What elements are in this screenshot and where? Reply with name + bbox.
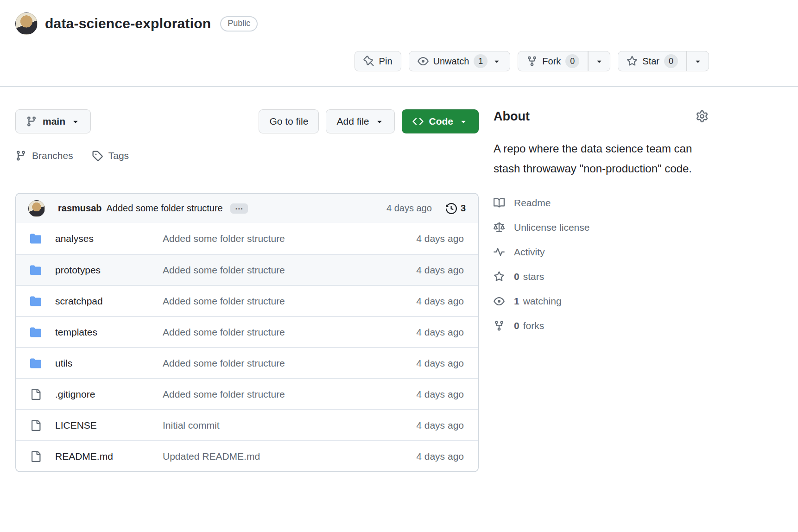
file-icon bbox=[30, 451, 41, 462]
file-commit-message[interactable]: Added some folder structure bbox=[163, 296, 416, 307]
repo-name[interactable]: data-science-exploration bbox=[45, 16, 211, 32]
repo-content: main Go to file Add file Code bbox=[15, 109, 479, 472]
file-commit-message[interactable]: Added some folder structure bbox=[163, 327, 416, 338]
file-toolbar: main Go to file Add file Code bbox=[15, 109, 479, 133]
file-name-link[interactable]: prototypes bbox=[55, 265, 163, 276]
fork-button[interactable]: Fork 0 bbox=[518, 51, 588, 71]
file-commit-message[interactable]: Added some folder structure bbox=[163, 389, 416, 400]
activity-link[interactable]: Activity bbox=[494, 240, 709, 264]
triangle-down-icon bbox=[375, 117, 384, 126]
table-row: utils Added some folder structure 4 days… bbox=[16, 347, 478, 378]
triangle-down-icon bbox=[595, 57, 604, 66]
file-commit-message[interactable]: Updated README.md bbox=[163, 451, 416, 462]
file-name-link[interactable]: templates bbox=[55, 327, 163, 338]
file-commit-message[interactable]: Initial commit bbox=[163, 420, 416, 431]
repo-header: data-science-exploration Public Pin Unwa… bbox=[0, 0, 798, 87]
tags-link[interactable]: Tags bbox=[92, 150, 129, 161]
history-icon bbox=[446, 203, 457, 214]
triangle-down-icon bbox=[492, 57, 501, 66]
branch-selector[interactable]: main bbox=[15, 109, 91, 133]
about-title: About bbox=[494, 109, 530, 124]
readme-label: Readme bbox=[514, 197, 551, 209]
stars-link[interactable]: 0 stars bbox=[494, 264, 709, 289]
commit-message[interactable]: Added some folder structure bbox=[107, 203, 223, 214]
file-name-link[interactable]: utils bbox=[55, 358, 163, 369]
file-name-link[interactable]: .gitignore bbox=[55, 389, 163, 400]
commit-history-link[interactable]: 3 bbox=[446, 203, 466, 214]
branch-name: main bbox=[43, 116, 65, 127]
table-row: README.md Updated README.md 4 days ago bbox=[16, 440, 478, 471]
fork-icon bbox=[494, 320, 505, 331]
go-to-file-button[interactable]: Go to file bbox=[259, 109, 319, 133]
folder-icon bbox=[30, 265, 41, 276]
file-name-link[interactable]: LICENSE bbox=[55, 420, 163, 431]
tag-icon bbox=[92, 150, 103, 161]
latest-commit-bar: rasmusab Added some folder structure … 4… bbox=[16, 194, 478, 223]
table-row: analyses Added some folder structure 4 d… bbox=[16, 223, 478, 254]
watching-link[interactable]: 1 watching bbox=[494, 289, 709, 313]
file-name-link[interactable]: README.md bbox=[55, 451, 163, 462]
repo-description: A repo where the data science team can s… bbox=[494, 139, 703, 178]
branches-link[interactable]: Branches bbox=[15, 150, 73, 161]
star-button[interactable]: Star 0 bbox=[618, 51, 687, 71]
fork-button-group: Fork 0 bbox=[518, 51, 610, 71]
git-branch-icon bbox=[15, 150, 26, 161]
fork-icon bbox=[526, 56, 538, 67]
table-row: scratchpad Added some folder structure 4… bbox=[16, 285, 478, 316]
file-commit-message[interactable]: Added some folder structure bbox=[163, 233, 416, 244]
add-file-label: Add file bbox=[336, 116, 369, 127]
edit-repo-details-button[interactable] bbox=[695, 109, 709, 125]
star-icon bbox=[627, 56, 638, 67]
code-icon bbox=[412, 116, 424, 127]
commit-author-avatar[interactable] bbox=[28, 200, 45, 217]
forks-link[interactable]: 0 forks bbox=[494, 313, 709, 338]
owner-avatar[interactable] bbox=[15, 13, 38, 35]
book-icon bbox=[494, 197, 505, 209]
license-link[interactable]: Unlicense license bbox=[494, 215, 709, 240]
table-row: prototypes Added some folder structure 4… bbox=[16, 254, 478, 285]
star-button-group: Star 0 bbox=[618, 51, 709, 71]
star-dropdown-button[interactable] bbox=[687, 51, 709, 71]
file-commit-time: 4 days ago bbox=[416, 389, 464, 400]
commit-count: 3 bbox=[461, 203, 466, 214]
commit-time[interactable]: 4 days ago bbox=[386, 203, 432, 214]
eye-icon bbox=[418, 56, 429, 67]
pulse-icon bbox=[494, 247, 505, 258]
file-commit-time: 4 days ago bbox=[416, 358, 464, 369]
file-name-link[interactable]: analyses bbox=[55, 233, 163, 244]
triangle-down-icon bbox=[459, 117, 468, 126]
stars-count: 0 bbox=[514, 271, 519, 282]
code-button[interactable]: Code bbox=[402, 109, 479, 133]
star-count-badge: 0 bbox=[664, 54, 678, 68]
activity-label: Activity bbox=[514, 247, 545, 258]
code-label: Code bbox=[429, 116, 454, 127]
star-label: Star bbox=[642, 56, 659, 67]
visibility-badge: Public bbox=[220, 16, 258, 32]
commit-ellipsis-button[interactable]: … bbox=[230, 203, 248, 214]
law-icon bbox=[494, 222, 505, 233]
file-icon bbox=[30, 420, 41, 431]
pin-button[interactable]: Pin bbox=[355, 51, 401, 71]
file-commit-time: 4 days ago bbox=[416, 420, 464, 431]
unwatch-button[interactable]: Unwatch 1 bbox=[409, 51, 511, 71]
folder-icon bbox=[30, 327, 41, 338]
triangle-down-icon bbox=[693, 57, 703, 66]
pin-icon bbox=[363, 56, 374, 67]
file-name-link[interactable]: scratchpad bbox=[55, 296, 163, 307]
file-commit-time: 4 days ago bbox=[416, 296, 464, 307]
fork-dropdown-button[interactable] bbox=[588, 51, 610, 71]
commit-author[interactable]: rasmusab bbox=[58, 203, 102, 214]
file-icon bbox=[30, 389, 41, 400]
license-label: Unlicense license bbox=[514, 222, 589, 233]
file-commit-time: 4 days ago bbox=[416, 265, 464, 276]
add-file-button[interactable]: Add file bbox=[326, 109, 394, 133]
file-commit-message[interactable]: Added some folder structure bbox=[163, 358, 416, 369]
unwatch-label: Unwatch bbox=[433, 56, 469, 67]
readme-link[interactable]: Readme bbox=[494, 190, 709, 215]
file-commit-message[interactable]: Added some folder structure bbox=[163, 265, 416, 276]
file-commit-time: 4 days ago bbox=[416, 451, 464, 462]
table-row: LICENSE Initial commit 4 days ago bbox=[16, 409, 478, 440]
pin-label: Pin bbox=[379, 56, 393, 67]
watching-count: 1 bbox=[514, 296, 519, 307]
gear-icon bbox=[696, 110, 708, 122]
